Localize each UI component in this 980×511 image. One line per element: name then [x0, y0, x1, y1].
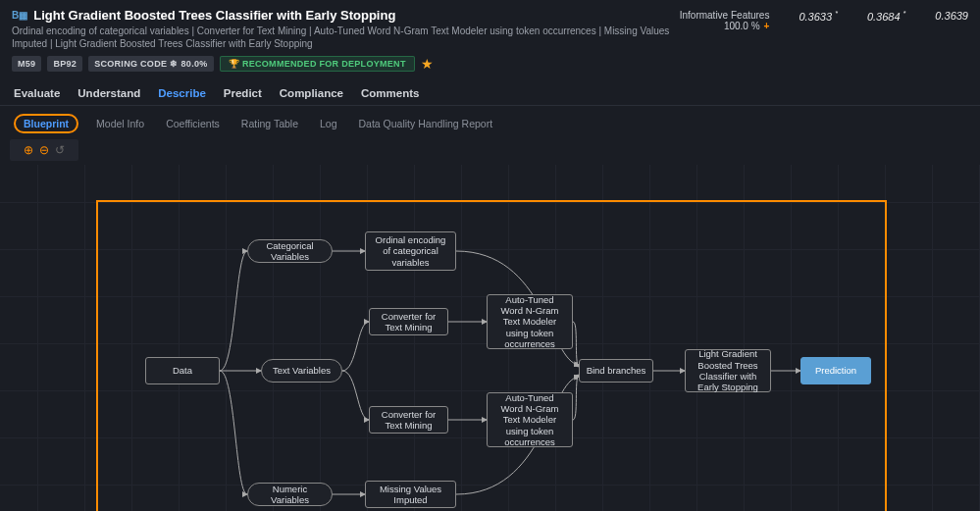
metric-2: 0.3684 * [867, 10, 905, 23]
subtab-log[interactable]: Log [316, 116, 341, 131]
node-missing[interactable]: Missing Values Imputed [365, 481, 456, 508]
node-ngram-2[interactable]: Auto-Tuned Word N-Gram Text Modeler usin… [487, 392, 573, 447]
badge-model-id[interactable]: M59 [12, 56, 41, 72]
main-tabs: Evaluate Understand Describe Predict Com… [0, 77, 980, 106]
sub-tabs: Blueprint Model Info Coefficients Rating… [0, 106, 980, 139]
informative-features: Informative Features 100.0 %+ [680, 10, 770, 31]
node-converter-2[interactable]: Converter for Text Mining [369, 406, 448, 434]
node-ngram-1[interactable]: Auto-Tuned Word N-Gram Text Modeler usin… [487, 294, 573, 349]
tab-describe[interactable]: Describe [158, 87, 206, 105]
tab-predict[interactable]: Predict [224, 87, 262, 105]
metric-3: 0.3639 [935, 10, 968, 22]
model-subtitle: Ordinal encoding of categorical variable… [12, 25, 680, 50]
blueprint-canvas[interactable]: Data Categorical Variables Text Variable… [0, 165, 980, 511]
badge-recommended[interactable]: 🏆RECOMMENDED FOR DEPLOYMENT [220, 56, 415, 72]
node-converter-1[interactable]: Converter for Text Mining [369, 308, 448, 335]
model-title: Light Gradient Boosted Trees Classifier … [33, 8, 395, 23]
subtab-dq-report[interactable]: Data Quality Handling Report [355, 116, 497, 131]
node-prediction[interactable]: Prediction [800, 357, 871, 384]
subtab-coefficients[interactable]: Coefficients [162, 116, 224, 131]
snowflake-icon: ❄ [170, 59, 178, 69]
metric-1: 0.3633 * [799, 10, 837, 23]
node-data[interactable]: Data [145, 357, 220, 384]
tab-comments[interactable]: Comments [361, 87, 419, 105]
canvas-toolbar: ⊕ ⊖ ↺ [10, 139, 78, 161]
header-bar: B▦ Light Gradient Boosted Trees Classifi… [0, 0, 980, 77]
tab-compliance[interactable]: Compliance [280, 87, 343, 105]
node-bind[interactable]: Bind branches [579, 359, 653, 383]
zoom-in-icon[interactable]: ⊕ [24, 143, 33, 157]
node-ordinal[interactable]: Ordinal encoding of categorical variable… [365, 231, 456, 271]
subtab-rating-table[interactable]: Rating Table [237, 116, 302, 131]
node-text-vars[interactable]: Text Variables [261, 359, 342, 383]
plus-icon[interactable]: + [764, 21, 770, 31]
tab-evaluate[interactable]: Evaluate [14, 87, 60, 105]
blueprint-icon: B▦ [12, 10, 27, 21]
subtab-blueprint[interactable]: Blueprint [14, 114, 78, 133]
node-numeric[interactable]: Numeric Variables [247, 483, 333, 506]
subtab-model-info[interactable]: Model Info [92, 116, 148, 131]
zoom-out-icon[interactable]: ⊖ [39, 143, 49, 157]
tab-understand[interactable]: Understand [77, 87, 140, 105]
node-categorical[interactable]: Categorical Variables [247, 239, 333, 263]
badge-bp-id[interactable]: BP92 [47, 56, 82, 72]
badge-scoring-code[interactable]: SCORING CODE❄80.0% [88, 56, 213, 72]
star-icon[interactable]: ★ [421, 56, 434, 72]
reset-zoom-icon[interactable]: ↺ [55, 143, 65, 157]
trophy-icon: 🏆 [229, 59, 239, 69]
node-lgbt[interactable]: Light Gradient Boosted Trees Classifier … [685, 349, 771, 392]
